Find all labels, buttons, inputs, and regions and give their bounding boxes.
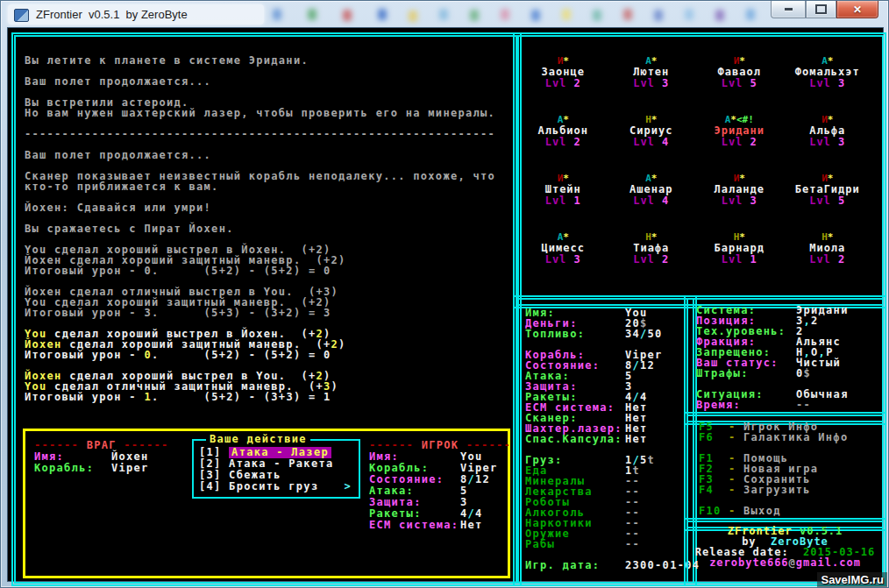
system-name: Миола bbox=[784, 243, 872, 253]
level-label: Lvl bbox=[545, 136, 574, 148]
action-item[interactable]: [4] Бросить груз> bbox=[199, 481, 352, 492]
text-seg: zerobyte666 bbox=[709, 556, 788, 569]
map-system-cell: А*АльбионLvl 2 bbox=[519, 115, 608, 174]
combat-stat-label: Корабль: bbox=[34, 463, 111, 474]
fkey-dash: - bbox=[729, 484, 743, 496]
level-value: 3 bbox=[750, 195, 757, 207]
log-line: Итоговый урон - 0. (5+2) - (5+2) = 0 bbox=[25, 266, 498, 276]
system-marker-line: А* bbox=[519, 232, 608, 242]
level-value: 5 bbox=[838, 195, 845, 207]
galaxy-map-panel: И*ЗаонцеLvl 2А*ЛютенLvl 3И*ФаваолLvl 5А*… bbox=[513, 32, 886, 308]
system-name: Альфа bbox=[784, 125, 872, 136]
function-keys-rows: F5- Игрок ИнфоF6- Галактика ИнфоF1- Помо… bbox=[699, 422, 871, 516]
map-system-cell: И*АльфаLvl 3 bbox=[784, 115, 872, 174]
level-value: 2 bbox=[838, 253, 845, 266]
text-seg: 1 bbox=[144, 391, 152, 403]
app-window: ZFrontier v0.5.1 by ZeroByte ✕ Вы летите… bbox=[0, 0, 889, 588]
level-value: 5 bbox=[750, 77, 757, 89]
system-marker-line: И* bbox=[784, 174, 872, 183]
stat-row: Рабы-- bbox=[525, 539, 679, 549]
system-marker-line: А* bbox=[519, 115, 608, 124]
system-marker-line: А* bbox=[608, 174, 696, 183]
fkey-action: Выход bbox=[743, 505, 781, 517]
map-system-cell: А*АшенарLvl 4 bbox=[608, 174, 696, 232]
action-menu: Ваше действие [1] Атака - Лазер[2] Атака… bbox=[192, 439, 360, 499]
system-marker-line: Н* bbox=[608, 115, 696, 124]
text-seg: Итоговый урон - bbox=[25, 391, 144, 403]
stat-row-label: Спас.Капсула: bbox=[525, 434, 625, 444]
system-marker-line: И* bbox=[695, 56, 784, 66]
stat-row-value: Нет bbox=[625, 434, 648, 444]
app-icon bbox=[14, 9, 29, 22]
system-row-label: Время: bbox=[696, 400, 796, 410]
stat-row: Груз:1/5t bbox=[525, 455, 679, 465]
system-name: Фомальхэт bbox=[784, 67, 872, 77]
minimize-button[interactable] bbox=[771, 1, 806, 18]
level-label: Lvl bbox=[545, 195, 574, 207]
stat-row-label: Рабы bbox=[525, 539, 625, 549]
maximize-button[interactable] bbox=[806, 1, 836, 18]
system-info-panel: Система:ЭриданиПозиция:3,2Тех.уровень:2Ф… bbox=[684, 295, 886, 425]
text-seg: Viper bbox=[111, 462, 149, 474]
text-seg: 2 bbox=[811, 315, 819, 327]
action-items: [1] Атака - Лазер[2] Атака - Ракета[3] С… bbox=[199, 447, 352, 492]
close-icon: ✕ bbox=[853, 4, 862, 16]
system-marker-line: Н* bbox=[784, 232, 872, 242]
system-level: Lvl 5 bbox=[784, 195, 872, 206]
text-seg: @ bbox=[789, 556, 796, 569]
level-label: Lvl bbox=[809, 136, 838, 148]
fkey-label: F4 bbox=[699, 485, 729, 495]
desktop-blur-decoration bbox=[273, 9, 281, 20]
combat-stat-label: ЕСМ система: bbox=[369, 520, 460, 531]
level-value: 2 bbox=[574, 136, 581, 148]
title-bar[interactable]: ZFrontier v0.5.1 by ZeroByte ✕ bbox=[1, 1, 888, 28]
text-seg: 4 bbox=[475, 507, 483, 520]
map-system-cell: И*ЗаонцеLvl 2 bbox=[519, 56, 608, 115]
map-system-cell: Н*ТиафаLvl 2 bbox=[608, 232, 696, 291]
text-seg: ) bbox=[331, 380, 339, 393]
system-marker-line: А* bbox=[784, 56, 872, 66]
game-screen: Вы летите к планете в системе Эридани. В… bbox=[8, 28, 883, 581]
fkey-dash: - bbox=[729, 431, 743, 443]
level-value: 3 bbox=[838, 136, 845, 148]
level-value: 1 bbox=[750, 253, 757, 266]
level-value: 2 bbox=[574, 77, 581, 89]
log-lines: Вы летите к планете в системе Эридани. В… bbox=[25, 55, 498, 402]
maximize-icon bbox=[815, 4, 827, 14]
level-label: Lvl bbox=[633, 195, 662, 207]
level-label: Lvl bbox=[633, 253, 662, 266]
row-gap bbox=[699, 495, 871, 506]
map-system-cell: И*ЛаландеLvl 3 bbox=[695, 174, 784, 232]
text-seg: t bbox=[648, 454, 656, 466]
text-seg: Viper bbox=[460, 462, 498, 474]
stat-row: Игр. дата:2300-01-04 bbox=[525, 560, 679, 570]
close-button[interactable]: ✕ bbox=[836, 1, 878, 18]
credits-line: zerobyte666@gmail.com bbox=[688, 557, 882, 568]
system-level: Lvl 3 bbox=[519, 254, 608, 265]
combat-stat-row: ЕСМ система:Нет bbox=[369, 520, 506, 531]
level-label: Lvl bbox=[809, 253, 838, 266]
system-level: Lvl 1 bbox=[519, 195, 608, 206]
text-seg: ИГРОК bbox=[422, 440, 459, 451]
system-level: Lvl 2 bbox=[608, 254, 696, 265]
fkey-action: Галактика Инфо bbox=[743, 431, 848, 443]
system-level: Lvl 3 bbox=[784, 78, 872, 89]
log-panel: Вы летите к планете в системе Эридани. В… bbox=[11, 32, 522, 586]
text-seg: 2 bbox=[331, 338, 339, 351]
level-label: Lvl bbox=[809, 77, 838, 89]
text-seg: 0 bbox=[796, 367, 804, 379]
combat-stat-value: Viper bbox=[111, 463, 149, 474]
map-system-cell: И*БетаГидриLvl 5 bbox=[784, 174, 872, 232]
log-line: Итоговый урон - 3. (5+3) - (3+2) = 3 bbox=[25, 308, 498, 318]
level-label: Lvl bbox=[633, 136, 662, 148]
window-controls: ✕ bbox=[771, 1, 878, 18]
ship-stats-rows: Имя:YouДеньги:20$Топливо:34/50Корабль:Vi… bbox=[525, 308, 679, 570]
combat-panel: ------ ВРАГ ------ Имя:ЙохенКорабль:Vipe… bbox=[23, 429, 510, 578]
log-line: Итоговый урон - 0. (5+2) - (5+2) = 0 bbox=[25, 350, 498, 360]
window-title: ZFrontier v0.5.1 by ZeroByte bbox=[36, 8, 188, 21]
level-value: 2 bbox=[662, 253, 669, 266]
system-marker-line: Н* bbox=[608, 232, 696, 242]
level-value: 1 bbox=[574, 195, 581, 207]
text-seg: / bbox=[640, 328, 648, 340]
stat-row: Топливо:34/50 bbox=[525, 329, 679, 339]
